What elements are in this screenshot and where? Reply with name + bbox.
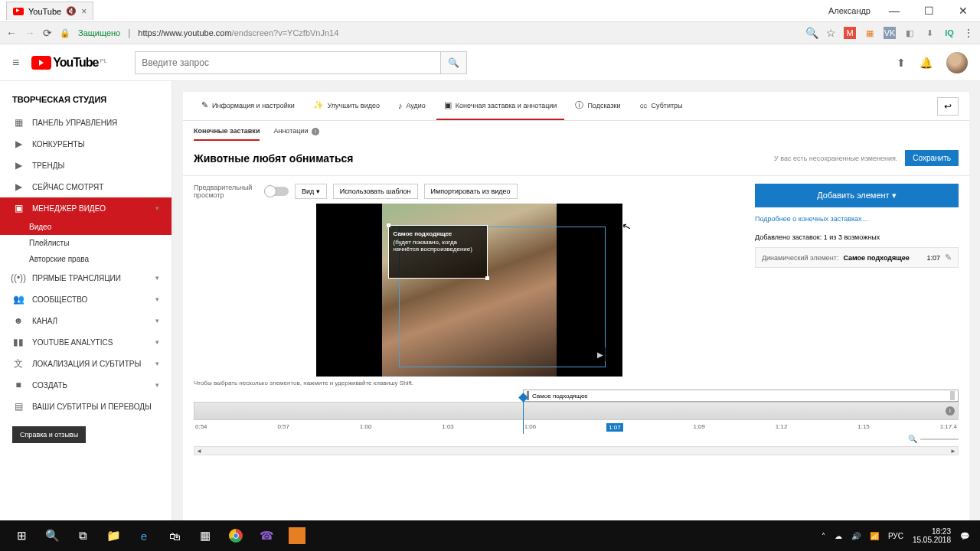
- lang-indicator[interactable]: РУС: [888, 532, 903, 540]
- import-button[interactable]: Импортировать из видео: [424, 184, 518, 199]
- endscreen-element[interactable]: Самое подходящее (будет показано, когда …: [388, 225, 488, 279]
- edge-icon[interactable]: e: [129, 520, 159, 551]
- search-taskbar-icon[interactable]: 🔍: [37, 520, 67, 551]
- sidebar-item-trends[interactable]: ▶ТРЕНДЫ: [0, 155, 172, 176]
- profile-name[interactable]: Александр: [828, 6, 871, 15]
- playhead[interactable]: [523, 397, 524, 434]
- maximize-button[interactable]: ☐: [918, 2, 940, 20]
- search-button[interactable]: 🔍: [441, 51, 467, 74]
- sidebar-sub-copyright[interactable]: Авторские права: [0, 251, 172, 267]
- action-center-icon[interactable]: 💬: [960, 532, 969, 540]
- sidebar-item-channel[interactable]: ☻КАНАЛ▾: [0, 310, 172, 331]
- back-icon[interactable]: ←: [6, 27, 17, 39]
- edit-icon[interactable]: ✎: [945, 253, 952, 262]
- zoom-slider[interactable]: [920, 439, 959, 440]
- menu-icon[interactable]: ⋮: [963, 27, 974, 39]
- sidebar-item-create[interactable]: ■СОЗДАТЬ▾: [0, 374, 172, 396]
- subtab-endscreens[interactable]: Конечные заставки: [194, 127, 260, 141]
- unsaved-label: У вас есть несохраненные изменения.: [774, 155, 897, 162]
- explorer-icon[interactable]: 📁: [98, 520, 129, 551]
- translate-icon: 文: [12, 358, 24, 369]
- learn-more-link[interactable]: Подробнее о конечных заставках…: [755, 215, 959, 223]
- sidebar-item-live[interactable]: ((•))ПРЯМЫЕ ТРАНСЛЯЦИИ▾: [0, 267, 172, 289]
- timeline-track[interactable]: i: [194, 402, 959, 420]
- added-count: Добавлено заставок: 1 из 3 возможных: [755, 233, 959, 241]
- endscreen-icon: ▣: [444, 100, 452, 110]
- community-icon: 👥: [12, 294, 24, 305]
- onedrive-icon[interactable]: ☁: [835, 532, 842, 540]
- avatar[interactable]: [946, 52, 968, 73]
- taskview-icon[interactable]: ⧉: [67, 520, 98, 551]
- tab-subtitles[interactable]: ㏄Субтитры: [632, 92, 691, 120]
- zoom-out-icon[interactable]: 🔍: [908, 435, 917, 443]
- lock-icon: 🔒: [60, 28, 70, 38]
- search-omnibox-icon[interactable]: 🔍: [805, 27, 818, 39]
- speaker-icon[interactable]: 🔇: [66, 6, 77, 16]
- store-icon[interactable]: 🛍: [159, 520, 190, 551]
- upload-icon[interactable]: ⬆: [897, 57, 906, 69]
- close-tab-icon[interactable]: ×: [81, 6, 87, 17]
- sidebar-item-community[interactable]: 👥СООБЩЕСТВО▾: [0, 289, 172, 310]
- timeline-element[interactable]: Самое подходящее: [523, 390, 959, 402]
- pinned-app-icon[interactable]: ▦: [190, 520, 220, 551]
- sidebar-item-watchnow[interactable]: ▶СЕЙЧАС СМОТРЯТ: [0, 176, 172, 197]
- sidebar-item-analytics[interactable]: ▮▮YOUTUBE ANALYTICS▾: [0, 331, 172, 353]
- save-button[interactable]: Сохранить: [905, 150, 959, 166]
- url-text[interactable]: https://www.youtube.com/endscreen?v=YCzf…: [138, 28, 338, 37]
- download-ext-icon[interactable]: ⬇: [923, 27, 936, 39]
- tray-chevron-icon[interactable]: ˄: [822, 532, 825, 540]
- clock[interactable]: 18:2315.05.2018: [913, 527, 951, 544]
- timeline-info-icon[interactable]: i: [946, 406, 955, 416]
- vk-ext-icon[interactable]: VK: [884, 27, 896, 39]
- preview-label: Предварительный просмотр: [194, 184, 260, 199]
- ext-icon-4[interactable]: ◧: [903, 27, 916, 39]
- tab-cards[interactable]: ⓘПодсказки: [567, 92, 628, 120]
- browser-tab[interactable]: YouTube 🔇 ×: [6, 2, 93, 20]
- sidebar-sub-playlists[interactable]: Плейлисты: [0, 235, 172, 251]
- pinned-app2-icon[interactable]: [289, 527, 305, 544]
- tab-audio[interactable]: ♪Аудио: [390, 92, 433, 120]
- add-element-button[interactable]: Добавить элемент ▾: [755, 184, 959, 207]
- volume-icon[interactable]: 🔊: [851, 532, 861, 540]
- revert-button[interactable]: ↩: [937, 97, 959, 116]
- chrome-icon[interactable]: [220, 520, 251, 551]
- iq-ext-icon[interactable]: IQ: [943, 27, 956, 39]
- viber-icon[interactable]: ☎: [251, 520, 282, 551]
- start-button[interactable]: ⊞: [6, 520, 37, 551]
- contrib-icon: ▤: [12, 401, 24, 412]
- preview-toggle[interactable]: [266, 187, 289, 196]
- notifications-icon[interactable]: 🔔: [920, 57, 933, 69]
- tab-enhance[interactable]: ✨Улучшить видео: [305, 92, 387, 120]
- view-dropdown[interactable]: Вид ▾: [295, 184, 327, 199]
- star-icon[interactable]: ☆: [826, 27, 836, 39]
- guide-icon[interactable]: ≡: [12, 56, 19, 70]
- timeline[interactable]: Самое подходящее i 0:540:571:001:031:061…: [194, 402, 959, 455]
- sidebar-item-contrib[interactable]: ▤ВАШИ СУБТИТРЫ И ПЕРЕВОДЫ: [0, 396, 172, 417]
- gmail-ext-icon[interactable]: M: [844, 27, 856, 39]
- play-icon[interactable]: ▶: [592, 346, 609, 363]
- reload-icon[interactable]: ⟳: [43, 27, 52, 39]
- wifi-icon[interactable]: 📶: [870, 532, 879, 540]
- tab-endscreen[interactable]: ▣Конечная заставка и аннотации: [436, 92, 565, 120]
- youtube-logo[interactable]: YouTubePL: [31, 56, 107, 70]
- video-manager-icon: ▣: [12, 203, 24, 214]
- search-input[interactable]: [135, 51, 441, 74]
- ext-icon-2[interactable]: ▦: [864, 27, 876, 39]
- dashboard-icon: ▦: [12, 117, 24, 128]
- sidebar-item-localization[interactable]: 文ЛОКАЛИЗАЦИЯ И СУБТИТРЫ▾: [0, 353, 172, 374]
- video-preview[interactable]: Самое подходящее (будет показано, когда …: [316, 204, 622, 377]
- tab-info[interactable]: ✎Информация и настройки: [194, 92, 302, 120]
- live-icon: ((•)): [12, 272, 24, 283]
- sidebar-item-competitors[interactable]: ▶КОНКУРЕНТЫ: [0, 133, 172, 155]
- subtab-annotations[interactable]: Аннотации i: [273, 127, 319, 141]
- help-button[interactable]: Справка и отзывы: [12, 426, 86, 443]
- sidebar-item-dashboard[interactable]: ▦ПАНЕЛЬ УПРАВЛЕНИЯ: [0, 112, 172, 133]
- sidebar-sub-videos[interactable]: Видео: [0, 219, 172, 235]
- trends-icon: ▶: [12, 160, 24, 171]
- element-list-item[interactable]: Динамический элемент: Самое подходящее 1…: [755, 247, 959, 268]
- timeline-scrollbar[interactable]: ◄►: [194, 446, 959, 455]
- minimize-button[interactable]: —: [883, 2, 906, 20]
- sidebar-item-videomanager[interactable]: ▣МЕНЕДЖЕР ВИДЕО▾: [0, 197, 172, 219]
- close-window-button[interactable]: ✕: [952, 2, 974, 20]
- use-template-button[interactable]: Использовать шаблон: [333, 184, 418, 199]
